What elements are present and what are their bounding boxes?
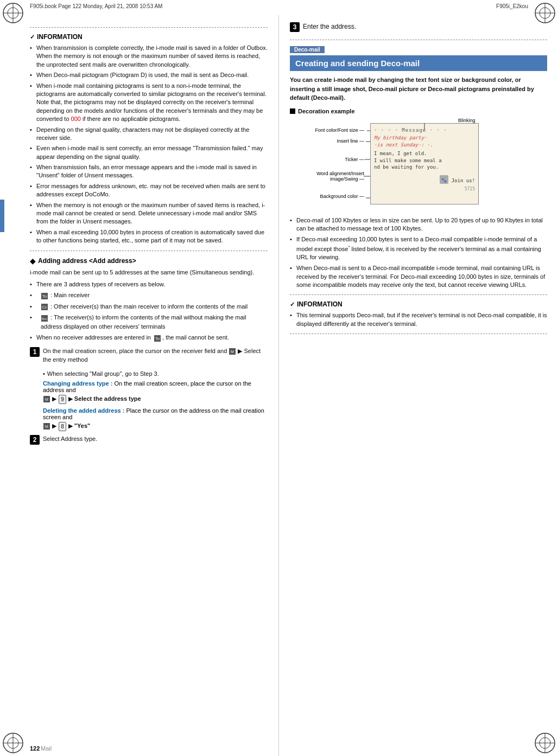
corner-decoration-br xyxy=(534,732,556,754)
deco-preview-box: · · · · Message · · · My birthday party·… xyxy=(370,123,479,204)
info-bullet-1: When transmission is complete correctly,… xyxy=(30,44,268,69)
deco-line-4: I mean, I get old. xyxy=(374,150,475,157)
adding-title: Adding address <Add address> xyxy=(38,257,136,265)
label-ticker: Ticker — xyxy=(345,157,364,162)
info-bullet-4: Depending on the signal quality, charact… xyxy=(30,126,268,143)
label-insert-line: Insert line — xyxy=(337,138,364,144)
info-bullet-5: Even when i-mode mail is sent correctly,… xyxy=(30,144,268,161)
page-label: Mail xyxy=(41,745,52,752)
adding-bullet-1: There are 3 address types of receivers a… xyxy=(30,280,268,289)
deco-line-7: 🐾 xyxy=(440,175,448,186)
label-bg-color: Background color — xyxy=(320,194,364,199)
left-column: ✓ INFORMATION When transmission is compl… xyxy=(0,15,279,756)
step-3-text: Enter the address. xyxy=(303,22,356,31)
header-bookinfo: F905i.book Page 122 Monday, April 21, 20… xyxy=(30,3,162,9)
right-check-icon: ✓ xyxy=(290,301,295,308)
right-bullet-2: If Deco-mail exceeding 10,000 bytes is s… xyxy=(290,235,547,261)
deleting-address-desc: M ▶ 8 ▶ "Yes" xyxy=(43,421,268,431)
step-1-block: 1 On the mail creation screen, place the… xyxy=(30,347,268,364)
to-icon: To xyxy=(41,292,48,300)
info-bullet-3: When i-mode mail containing pictograms i… xyxy=(30,82,268,124)
right-bullet-1: Deco-mail of 100 Kbytes or less in size … xyxy=(290,216,547,233)
to-icon-2: To xyxy=(154,335,161,342)
decoration-example-container: Font color/Font size — Insert line — Tic… xyxy=(290,118,547,210)
deco-line-1: · · · · Message · · · xyxy=(374,127,475,134)
label-word-alignment: Word alignment/Insertimage/Swing — xyxy=(316,171,364,183)
right-info-section: ✓ INFORMATION This terminal supports Dec… xyxy=(290,300,547,328)
step-1-text: On the mail creation screen, place the c… xyxy=(43,347,268,364)
step-2-num: 2 xyxy=(30,435,40,445)
right-divider-1 xyxy=(290,40,547,40)
svg-text:🐾: 🐾 xyxy=(441,177,447,183)
right-column: 3 Enter the address. Deco-mail Creating … xyxy=(279,15,558,756)
decoration-example-title: Decoration example xyxy=(290,108,547,114)
svg-text:M: M xyxy=(45,425,48,428)
deco-line-6: nd be waiting for you. xyxy=(374,164,475,171)
cc-icon: Cc xyxy=(41,303,48,311)
adding-bullet-3: Cc: Other receiver(s) than the main rece… xyxy=(30,302,268,311)
label-blinking: Blinking xyxy=(458,118,475,123)
diamond-icon: ◆ xyxy=(30,257,36,265)
superscript-asterisk: * xyxy=(348,245,350,249)
info-bullet-6: When transmission fails, an error messag… xyxy=(30,163,268,180)
adding-section: ◆ Adding address <Add address> i-mode ma… xyxy=(30,257,268,445)
deco-line-2: My birthday party· xyxy=(374,134,475,142)
step-3-num: 3 xyxy=(290,22,300,32)
mid-divider xyxy=(30,251,268,251)
highlight-000: 000 xyxy=(71,116,81,122)
deco-bottom-row: 🐾 Join us! xyxy=(374,175,475,186)
deco-line-8: Join us! xyxy=(452,177,475,184)
adding-bullet-2: To: Main receiver xyxy=(30,291,268,300)
info-title: INFORMATION xyxy=(37,33,83,41)
black-square-icon xyxy=(290,108,295,114)
deco-intro: You can create i-mode mail by changing t… xyxy=(290,75,547,102)
deco-line-5: I will make some meal a xyxy=(374,157,475,164)
adding-desc: i-mode mail can be sent up to 5 addresse… xyxy=(30,268,268,277)
changing-address-desc: M ▶ 9 ▶ Select the address type xyxy=(43,394,268,404)
key-8: 8 xyxy=(59,422,66,431)
menu-icon-3: M xyxy=(43,422,50,430)
join-icon: 🐾 xyxy=(440,175,448,184)
changing-address-block: Changing address type : On the mail crea… xyxy=(30,380,268,404)
info-header: ✓ INFORMATION xyxy=(30,33,268,41)
deleting-address-title: Deleting the added address : Place the c… xyxy=(43,407,268,420)
check-icon: ✓ xyxy=(30,34,35,41)
info-bullet-9: When a mail exceeding 10,000 bytes in pr… xyxy=(30,228,268,245)
adding-bullet-list: There are 3 address types of receivers a… xyxy=(30,280,268,342)
header-bar: F905i.book Page 122 Monday, April 21, 20… xyxy=(0,0,558,15)
deco-line-9: 5715 xyxy=(374,186,475,192)
menu-icon-2: M xyxy=(43,395,50,403)
svg-text:Cc: Cc xyxy=(42,305,47,309)
page-container: ✓ INFORMATION When transmission is compl… xyxy=(0,15,558,756)
step-3-block: 3 Enter the address. xyxy=(290,22,547,32)
adding-header: ◆ Adding address <Add address> xyxy=(30,257,268,265)
svg-text:Bcc: Bcc xyxy=(42,317,47,321)
svg-text:M: M xyxy=(45,398,48,401)
right-info-bullet-1: This terminal supports Deco-mail, but if… xyxy=(290,311,547,328)
info-bullet-7: Error messages for address unknown, etc.… xyxy=(30,182,268,199)
right-info-header: ✓ INFORMATION xyxy=(290,300,547,308)
label-font-color: Font color/Font size — xyxy=(315,127,364,133)
menu-icon-1: M xyxy=(229,348,236,355)
bcc-icon: Bcc xyxy=(41,315,48,322)
key-9: 9 xyxy=(59,395,66,404)
page-number: 122 xyxy=(30,745,40,752)
deleting-address-block: Deleting the added address : Place the c… xyxy=(30,407,268,431)
deco-heading: Creating and sending Deco-mail xyxy=(290,55,547,71)
deco-mail-label: Deco-mail xyxy=(290,46,325,53)
right-divider-3 xyxy=(290,334,547,334)
right-bullet-3: When Deco-mail is sent to a Deco-mail in… xyxy=(290,264,547,289)
step-1-num: 1 xyxy=(30,347,40,357)
top-divider xyxy=(30,27,268,28)
svg-text:To: To xyxy=(42,294,47,299)
svg-text:M: M xyxy=(231,350,234,354)
step-2-text: Select Address type. xyxy=(43,434,268,444)
info-bullet-2: When Deco-mail pictogram (Pictogram D) i… xyxy=(30,71,268,79)
step-1-note: When selecting "Mail group", go to Step … xyxy=(30,370,268,378)
info-bullet-8: When the memory is not enough or the max… xyxy=(30,201,268,226)
blue-sidebar-accent xyxy=(0,200,4,232)
adding-bullet-5: When no receiver addresses are entered i… xyxy=(30,333,268,342)
changing-address-title: Changing address type : On the mail crea… xyxy=(43,380,268,393)
corner-decoration-tl xyxy=(2,2,24,24)
svg-text:To: To xyxy=(155,336,160,341)
